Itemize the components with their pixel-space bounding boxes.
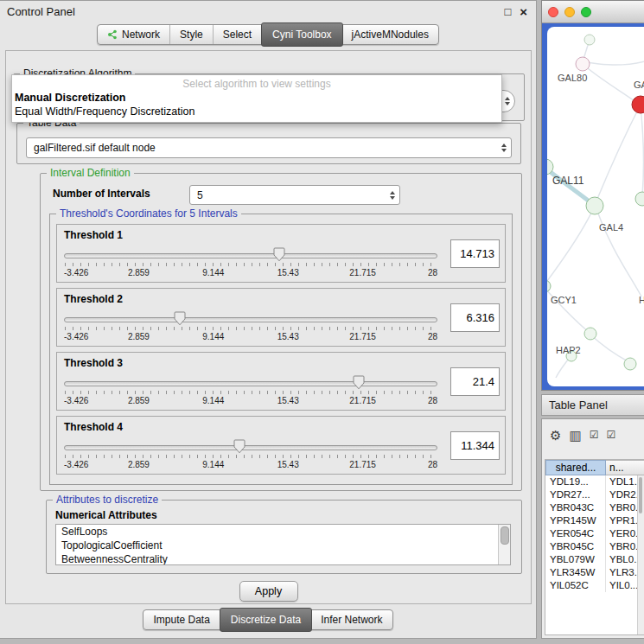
cell-shared-name[interactable]: YDL19... xyxy=(545,475,606,488)
network-icon xyxy=(107,29,118,40)
numerical-attributes-list[interactable]: SelfLoops TopologicalCoefficient Between… xyxy=(55,524,511,565)
algorithm-dropdown-popup: Select algorithm to view settings Manual… xyxy=(11,74,502,123)
list-item[interactable]: TopologicalCoefficient xyxy=(56,539,510,552)
tab-select[interactable]: Select xyxy=(214,25,262,44)
table-row[interactable]: YPR145W YPR1... xyxy=(545,514,644,527)
node-gal80[interactable] xyxy=(576,57,590,71)
number-of-intervals-label: Number of Intervals xyxy=(53,188,150,200)
scale-label: 28 xyxy=(428,332,437,341)
bottom-tabbar: Impute Data Discretize Data Infer Networ… xyxy=(0,609,536,630)
table-row[interactable]: YDL19... YDL1... xyxy=(545,475,644,488)
threshold-value-field[interactable]: 11.344 xyxy=(450,431,500,460)
table-row[interactable]: YER054C YER0... xyxy=(545,527,644,540)
node[interactable] xyxy=(624,358,636,370)
threshold-value-field[interactable]: 6.316 xyxy=(450,303,500,332)
column-header-shared-name[interactable]: shared... xyxy=(545,460,606,475)
cell-shared-name[interactable]: YPR145W xyxy=(545,514,606,527)
network-canvas[interactable]: GAL80 GA GAL11 GAL4 GCY1 H HAP2 xyxy=(547,27,644,386)
slider-scale: -3.426 2.859 9.144 15.43 21.715 28 xyxy=(64,396,437,406)
slider-thumb[interactable] xyxy=(174,311,186,326)
table-header-row: shared... n... xyxy=(545,460,644,475)
tab-style[interactable]: Style xyxy=(170,25,214,44)
table-row[interactable]: YIL052C YIL0... xyxy=(545,579,644,592)
tab-impute-data-label: Impute Data xyxy=(153,614,209,626)
number-of-intervals-combobox[interactable]: 5 xyxy=(189,185,400,205)
slider-track[interactable] xyxy=(64,317,437,322)
cell-shared-name[interactable]: YBR043C xyxy=(545,501,606,514)
slider-thumb[interactable] xyxy=(273,247,285,262)
scale-label: 28 xyxy=(428,268,437,277)
threshold-value-field[interactable]: 14.713 xyxy=(450,239,500,268)
threshold-slider[interactable]: -3.426 2.859 9.144 15.43 21.715 28 xyxy=(64,309,437,342)
scrollbar-thumb[interactable] xyxy=(501,526,509,545)
cell-shared-name[interactable]: YER054C xyxy=(545,527,606,540)
network-nodes[interactable] xyxy=(547,35,644,370)
column-header-name[interactable]: n... xyxy=(606,460,644,475)
cell-shared-name[interactable]: YBL079W xyxy=(545,553,606,566)
tab-infer-network[interactable]: Infer Network xyxy=(311,610,392,629)
threshold-slider[interactable]: -3.426 2.859 9.144 15.43 21.715 28 xyxy=(64,373,437,406)
threshold-slider[interactable]: -3.426 2.859 9.144 15.43 21.715 28 xyxy=(64,437,437,470)
node[interactable] xyxy=(584,35,595,45)
table-data-combobox[interactable]: galFiltered.sif default node xyxy=(26,137,512,158)
dropdown-option-equal-width[interactable]: Equal Width/Frequency Discretization xyxy=(12,105,501,118)
tab-jactivemnodules[interactable]: jActiveMNodules xyxy=(342,25,438,44)
table-row[interactable]: YDR27... YDR2... xyxy=(545,488,644,501)
network-view-window: GAL80 GA GAL11 GAL4 GCY1 H HAP2 xyxy=(541,0,644,391)
dropdown-option-manual-discretization[interactable]: Manual Discretization xyxy=(12,91,501,105)
number-of-intervals-value: 5 xyxy=(197,189,203,201)
list-item[interactable]: BetweennessCentrality xyxy=(56,552,510,565)
slider-track[interactable] xyxy=(64,381,437,386)
float-window-icon[interactable]: □ xyxy=(504,6,511,17)
node[interactable] xyxy=(584,328,596,340)
threshold-label: Threshold 2 xyxy=(64,293,123,305)
scrollbar-thumb[interactable] xyxy=(639,477,642,513)
zoom-traffic-light-icon[interactable] xyxy=(581,7,591,17)
scale-label: 2.859 xyxy=(128,396,150,405)
close-icon[interactable]: × xyxy=(520,5,527,18)
table-row[interactable]: YBR045C YBR0... xyxy=(545,540,644,553)
cell-shared-name[interactable]: YLR345W xyxy=(545,566,606,579)
minimize-traffic-light-icon[interactable] xyxy=(564,7,575,17)
interval-definition-title: Interval Definition xyxy=(47,167,134,179)
checkbox-icon[interactable]: ☑ xyxy=(606,430,615,440)
slider-track[interactable] xyxy=(64,253,437,258)
checkbox-icon[interactable]: ☑ xyxy=(590,430,599,440)
table-row[interactable]: YBR043C YBR0... xyxy=(545,501,644,514)
cell-shared-name[interactable]: YBR045C xyxy=(545,540,606,553)
threshold-value-field[interactable]: 21.4 xyxy=(450,367,500,396)
slider-thumb[interactable] xyxy=(233,439,245,454)
numerical-attributes-label: Numerical Attributes xyxy=(55,509,157,521)
network-window-titlebar xyxy=(542,1,644,23)
slider-thumb[interactable] xyxy=(353,375,365,390)
tab-network[interactable]: Network xyxy=(98,25,170,44)
threshold-slider[interactable]: -3.426 2.859 9.144 15.43 21.715 28 xyxy=(64,245,437,278)
slider-ticks xyxy=(65,327,437,330)
slider-track[interactable] xyxy=(64,445,437,450)
table-scrollbar[interactable] xyxy=(637,475,644,634)
scale-label: 9.144 xyxy=(202,332,224,341)
slider-ticks xyxy=(65,391,437,394)
table-row[interactable]: YLR345W YLR3... xyxy=(545,566,644,579)
gear-icon[interactable]: ⚙ xyxy=(550,429,561,442)
cell-shared-name[interactable]: YDR27... xyxy=(545,488,606,501)
columns-icon[interactable]: ▥ xyxy=(569,429,581,442)
tab-discretize-data[interactable]: Discretize Data xyxy=(220,608,312,632)
scale-label: 15.43 xyxy=(277,396,299,405)
node-red-selected[interactable] xyxy=(632,96,644,113)
cell-shared-name[interactable]: YIL052C xyxy=(545,579,606,592)
node-gcy1[interactable] xyxy=(547,280,551,292)
node-gal4[interactable] xyxy=(586,197,603,214)
list-item[interactable]: SelfLoops xyxy=(56,525,510,539)
list-scrollbar[interactable] xyxy=(498,525,510,564)
node[interactable] xyxy=(635,192,644,206)
tab-cyni-toolbox[interactable]: Cyni Toolbox xyxy=(261,22,342,47)
node-table: shared... n... YDL19... YDL1... YDR27...… xyxy=(545,459,644,635)
table-row[interactable]: YBL079W YBL0... xyxy=(545,553,644,566)
apply-button[interactable]: Apply xyxy=(239,581,298,602)
combo-stepper-icon xyxy=(390,191,395,200)
close-traffic-light-icon[interactable] xyxy=(548,7,558,17)
tab-jactivemnodules-label: jActiveMNodules xyxy=(352,29,429,41)
tab-network-label: Network xyxy=(122,29,160,41)
tab-impute-data[interactable]: Impute Data xyxy=(143,610,220,629)
